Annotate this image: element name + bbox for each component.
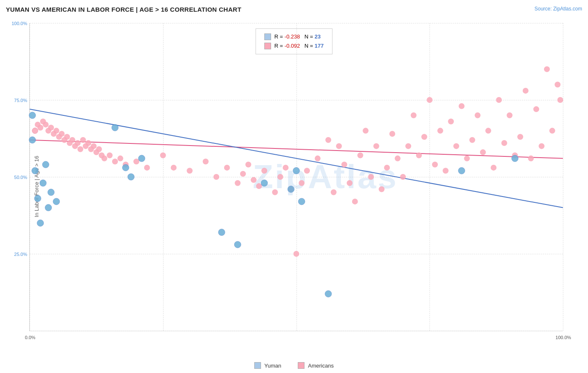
source-label: Source: ZipAtlas.com xyxy=(534,6,582,12)
svg-point-4 xyxy=(38,125,43,130)
svg-point-56 xyxy=(331,189,337,195)
svg-point-111 xyxy=(123,164,129,171)
svg-point-83 xyxy=(475,112,481,118)
chart-container: YUMAN VS AMERICAN IN LABOR FORCE | AGE >… xyxy=(0,0,588,373)
x-tick-100: 100.0% xyxy=(555,335,571,340)
svg-point-18 xyxy=(75,140,81,146)
svg-point-71 xyxy=(411,112,417,118)
svg-point-66 xyxy=(384,165,390,171)
svg-point-65 xyxy=(379,186,385,192)
grid-line-right: 100.0% xyxy=(563,23,563,331)
svg-point-110 xyxy=(112,124,118,131)
svg-point-38 xyxy=(203,158,209,164)
svg-point-97 xyxy=(550,128,555,134)
svg-point-114 xyxy=(218,229,225,235)
svg-point-95 xyxy=(539,143,545,149)
svg-point-103 xyxy=(34,195,41,202)
svg-point-49 xyxy=(283,165,289,171)
svg-point-47 xyxy=(272,189,278,195)
svg-point-39 xyxy=(213,174,219,180)
svg-point-34 xyxy=(144,165,150,171)
yuman-legend-label: Yuman xyxy=(264,363,281,369)
y-tick-100: 100.0% xyxy=(12,21,30,26)
svg-point-88 xyxy=(501,140,507,146)
svg-point-10 xyxy=(54,128,59,134)
svg-point-76 xyxy=(437,128,443,134)
svg-point-46 xyxy=(261,168,267,174)
svg-point-118 xyxy=(293,167,300,174)
svg-point-102 xyxy=(32,167,38,174)
svg-point-70 xyxy=(405,143,411,149)
svg-point-93 xyxy=(528,156,534,161)
grid-line-bottom xyxy=(30,331,563,331)
svg-point-6 xyxy=(43,122,49,128)
svg-point-113 xyxy=(138,155,145,162)
svg-point-106 xyxy=(42,161,49,168)
svg-point-85 xyxy=(486,128,491,134)
svg-point-51 xyxy=(294,251,299,257)
svg-point-84 xyxy=(480,149,486,155)
svg-point-80 xyxy=(459,103,465,109)
y-tick-50: 50.0% xyxy=(14,175,30,180)
svg-point-55 xyxy=(325,137,331,143)
svg-point-62 xyxy=(363,128,368,134)
svg-point-57 xyxy=(336,143,342,149)
svg-point-94 xyxy=(533,106,539,112)
svg-point-53 xyxy=(304,168,310,174)
svg-point-44 xyxy=(251,177,257,183)
svg-point-81 xyxy=(464,156,470,161)
y-tick-75: 75.0% xyxy=(14,98,30,103)
svg-point-109 xyxy=(53,198,60,205)
chart-title: YUMAN VS AMERICAN IN LABOR FORCE | AGE >… xyxy=(6,6,241,13)
svg-point-78 xyxy=(448,119,454,125)
svg-point-99 xyxy=(557,97,563,103)
svg-point-119 xyxy=(298,198,305,205)
svg-point-29 xyxy=(107,152,112,158)
svg-point-101 xyxy=(29,137,36,143)
svg-point-122 xyxy=(511,155,518,162)
svg-point-108 xyxy=(48,189,54,196)
svg-point-100 xyxy=(29,112,36,119)
svg-point-60 xyxy=(352,199,358,204)
svg-point-52 xyxy=(299,180,304,186)
svg-point-64 xyxy=(373,143,379,149)
svg-point-31 xyxy=(118,156,123,161)
svg-point-87 xyxy=(496,97,502,103)
americans-legend-label: Americans xyxy=(308,363,334,369)
svg-point-41 xyxy=(235,180,240,186)
legend-yuman: Yuman xyxy=(254,362,281,369)
svg-point-79 xyxy=(453,143,459,149)
svg-point-61 xyxy=(358,152,363,158)
svg-point-116 xyxy=(261,180,268,186)
yuman-legend-box xyxy=(254,362,261,369)
svg-point-89 xyxy=(507,112,513,118)
svg-point-91 xyxy=(517,134,523,140)
svg-point-121 xyxy=(458,167,465,174)
svg-point-107 xyxy=(45,204,52,211)
chart-legend: Yuman Americans xyxy=(254,362,334,369)
svg-point-54 xyxy=(315,156,321,161)
svg-point-73 xyxy=(422,134,427,140)
svg-point-40 xyxy=(224,165,230,171)
americans-legend-box xyxy=(298,362,305,369)
svg-point-28 xyxy=(102,156,107,161)
svg-point-8 xyxy=(48,125,54,130)
svg-point-117 xyxy=(288,186,294,192)
svg-point-77 xyxy=(443,168,449,174)
svg-point-26 xyxy=(96,146,102,152)
svg-point-82 xyxy=(469,137,475,143)
svg-point-36 xyxy=(171,165,176,171)
svg-point-19 xyxy=(77,146,83,152)
svg-line-1 xyxy=(30,109,563,208)
svg-point-74 xyxy=(427,97,432,103)
svg-point-112 xyxy=(128,174,134,180)
svg-point-120 xyxy=(325,291,332,297)
svg-point-115 xyxy=(234,241,241,248)
svg-point-98 xyxy=(555,82,560,87)
svg-point-24 xyxy=(91,143,97,149)
svg-point-16 xyxy=(69,137,75,143)
svg-point-75 xyxy=(432,162,438,168)
legend-americans: Americans xyxy=(298,362,334,369)
svg-point-12 xyxy=(59,131,65,137)
svg-point-68 xyxy=(395,156,401,161)
